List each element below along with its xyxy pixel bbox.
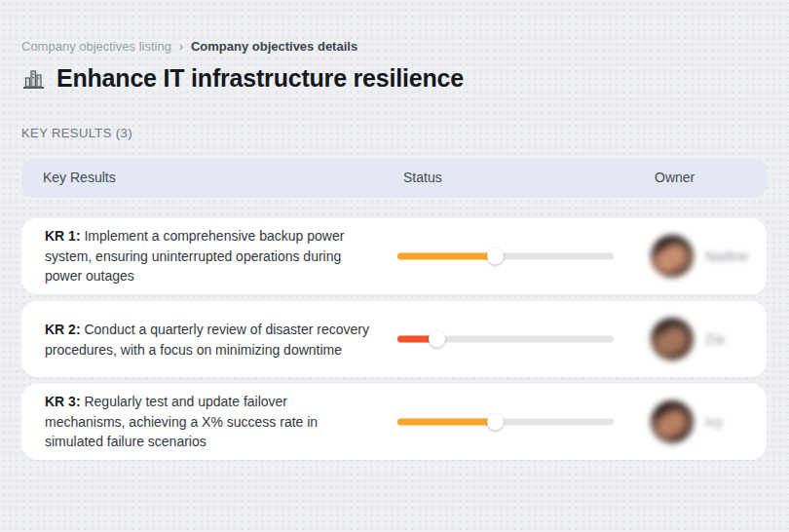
key-result-description: Regularly test and update failover mecha… xyxy=(45,394,318,449)
key-result-row[interactable]: KR 2: Conduct a quarterly review of disa… xyxy=(21,301,767,377)
column-header-owner: Owner xyxy=(655,170,695,185)
key-result-label: KR 1: xyxy=(45,228,81,244)
owner-cell: Nadine xyxy=(651,235,748,278)
progress-fill xyxy=(397,253,495,260)
progress-thumb[interactable] xyxy=(429,331,445,348)
key-result-description: Implement a comprehensive backup power s… xyxy=(45,228,344,284)
key-result-text: KR 2: Conduct a quarterly review of disa… xyxy=(45,320,371,360)
key-result-text: KR 3: Regularly test and update failover… xyxy=(45,392,371,452)
buildings-chart-icon xyxy=(21,66,46,91)
progress-slider[interactable] xyxy=(397,248,614,265)
column-header-status: Status xyxy=(403,170,442,185)
progress-fill xyxy=(397,419,495,426)
title-row: Enhance IT infrastructure resilience xyxy=(21,64,464,93)
avatar xyxy=(651,235,694,278)
key-result-label: KR 2: xyxy=(45,322,81,337)
key-result-text: KR 1: Implement a comprehensive backup p… xyxy=(45,226,371,286)
owner-cell: Zia xyxy=(651,318,724,361)
owner-name: Zia xyxy=(705,331,724,347)
breadcrumb: Company objectives listing › Company obj… xyxy=(21,39,357,54)
column-header-key-results: Key Results xyxy=(43,170,116,185)
owner-cell: Ivy xyxy=(651,400,723,443)
key-result-label: KR 3: xyxy=(45,394,81,409)
breadcrumb-item-listing[interactable]: Company objectives listing xyxy=(21,39,171,54)
breadcrumb-separator-icon: › xyxy=(179,40,183,54)
owner-name: Nadine xyxy=(705,248,748,264)
table-header-row: Key Results Status Owner xyxy=(21,159,767,198)
objective-details-page: Company objectives listing › Company obj… xyxy=(0,0,789,532)
progress-thumb[interactable] xyxy=(487,248,504,265)
key-results-section-heading: KEY RESULTS (3) xyxy=(21,126,132,140)
avatar xyxy=(651,318,694,361)
key-result-row[interactable]: KR 3: Regularly test and update failover… xyxy=(21,384,767,460)
owner-name: Ivy xyxy=(705,414,723,430)
progress-thumb[interactable] xyxy=(487,414,504,431)
key-results-list: KR 1: Implement a comprehensive backup p… xyxy=(21,218,767,467)
progress-slider[interactable] xyxy=(397,414,614,431)
breadcrumb-item-details: Company objectives details xyxy=(191,39,357,54)
page-title: Enhance IT infrastructure resilience xyxy=(56,64,464,93)
progress-slider[interactable] xyxy=(397,331,614,348)
key-result-row[interactable]: KR 1: Implement a comprehensive backup p… xyxy=(21,218,767,294)
key-result-description: Conduct a quarterly review of disaster r… xyxy=(45,322,369,358)
avatar xyxy=(651,400,694,443)
